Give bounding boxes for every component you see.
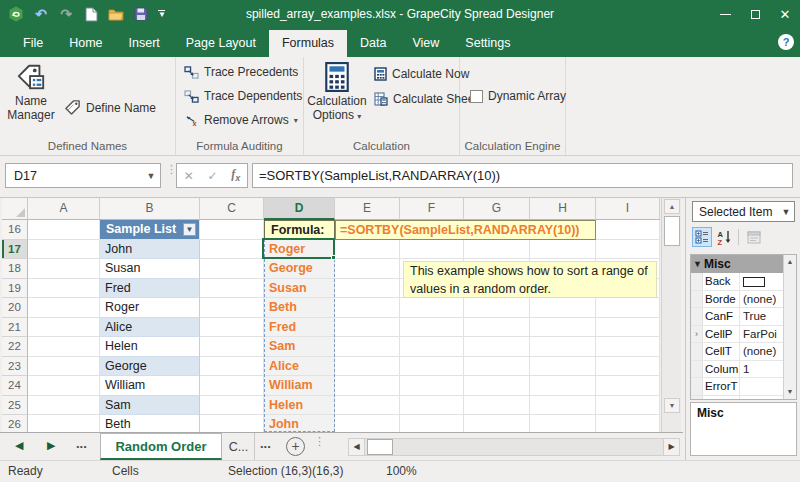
- selected-item-dropdown[interactable]: Selected Item ▼: [692, 201, 795, 222]
- cell-d17[interactable]: Roger: [264, 240, 335, 260]
- cell-g24[interactable]: [464, 376, 530, 396]
- cell-a26[interactable]: [28, 415, 100, 432]
- property-row-colum[interactable]: Colum1: [691, 361, 796, 379]
- cell-e25[interactable]: [335, 396, 400, 416]
- property-pages-button[interactable]: [744, 227, 764, 247]
- cell-g22[interactable]: [464, 337, 530, 357]
- cell-h23[interactable]: [530, 357, 596, 377]
- cell-a24[interactable]: [28, 376, 100, 396]
- cell-g26[interactable]: [464, 415, 530, 432]
- cell-h26[interactable]: [530, 415, 596, 432]
- cell-i23[interactable]: [596, 357, 660, 377]
- vertical-scroll-thumb[interactable]: [664, 216, 680, 246]
- scroll-down-icon[interactable]: ▼: [664, 398, 680, 413]
- new-document-icon[interactable]: [83, 6, 99, 22]
- previous-sheet-icon[interactable]: ◀: [15, 439, 23, 452]
- cell-a23[interactable]: [28, 357, 100, 377]
- cell-f22[interactable]: [400, 337, 464, 357]
- cell-f24[interactable]: [400, 376, 464, 396]
- redo-icon[interactable]: ↷: [58, 6, 74, 22]
- left-overflow-indicator[interactable]: ...: [76, 436, 87, 451]
- cell-e26[interactable]: [335, 415, 400, 432]
- cell-f20[interactable]: [400, 298, 464, 318]
- cell-f17[interactable]: [400, 240, 464, 260]
- cell-f23[interactable]: [400, 357, 464, 377]
- cell-d25[interactable]: Helen: [264, 396, 335, 416]
- app-logo-icon[interactable]: [8, 6, 24, 22]
- cell-e22[interactable]: [335, 337, 400, 357]
- cell-b21[interactable]: Alice: [100, 318, 200, 338]
- column-header-c[interactable]: C: [200, 198, 264, 220]
- property-row-cellp[interactable]: ›CellPFarPoi: [691, 326, 796, 344]
- column-header-h[interactable]: H: [530, 198, 596, 220]
- scroll-down-icon[interactable]: ▼: [784, 386, 796, 398]
- cell-d23[interactable]: Alice: [264, 357, 335, 377]
- help-icon[interactable]: ?: [778, 34, 794, 50]
- cell-g21[interactable]: [464, 318, 530, 338]
- scroll-left-icon[interactable]: ◀: [349, 439, 365, 455]
- column-header-f[interactable]: F: [400, 198, 464, 220]
- cell-g20[interactable]: [464, 298, 530, 318]
- property-row-cellt[interactable]: CellT(none): [691, 343, 796, 361]
- trace-dependents-button[interactable]: Trace Dependents: [184, 89, 302, 103]
- cell-b25[interactable]: Sam: [100, 396, 200, 416]
- cell-i20[interactable]: [596, 298, 660, 318]
- cell-e19[interactable]: [335, 279, 400, 299]
- cell-b23[interactable]: George: [100, 357, 200, 377]
- cell-d18[interactable]: George: [264, 259, 335, 279]
- cell-e20[interactable]: [335, 298, 400, 318]
- scroll-up-icon[interactable]: ▲: [784, 256, 796, 268]
- cell-g25[interactable]: [464, 396, 530, 416]
- row-header-16[interactable]: 16: [2, 220, 28, 240]
- property-row-font[interactable]: Font(none): [691, 396, 796, 401]
- cell-d19[interactable]: Susan: [264, 279, 335, 299]
- column-header-a[interactable]: A: [28, 198, 100, 220]
- column-header-g[interactable]: G: [464, 198, 530, 220]
- row-header-20[interactable]: 20: [2, 298, 28, 318]
- cell-e17[interactable]: [335, 240, 400, 260]
- sheet-tab-random-order[interactable]: Random Order: [100, 433, 222, 460]
- dynamic-array-checkbox[interactable]: Dynamic Array: [470, 89, 566, 103]
- cell-c24[interactable]: [200, 376, 264, 396]
- cell-i26[interactable]: [596, 415, 660, 432]
- insert-function-icon[interactable]: fx: [231, 167, 240, 183]
- cell-h21[interactable]: [530, 318, 596, 338]
- cell-c22[interactable]: [200, 337, 264, 357]
- cell-a17[interactable]: [28, 240, 100, 260]
- property-row-back[interactable]: Back: [691, 273, 796, 291]
- column-header-d[interactable]: D: [264, 198, 335, 220]
- cell-a16[interactable]: [28, 220, 100, 240]
- property-grid-scrollbar[interactable]: ▲▼: [783, 255, 796, 399]
- cell-b18[interactable]: Susan: [100, 259, 200, 279]
- ribbon-tab-view[interactable]: View: [399, 30, 452, 57]
- formula-input[interactable]: =SORTBY(SampleList,RANDARRAY(10)): [252, 163, 793, 188]
- minimize-button[interactable]: [710, 0, 740, 28]
- customize-toolbar-icon[interactable]: ▼: [158, 10, 166, 18]
- cell-a21[interactable]: [28, 318, 100, 338]
- cell-b16[interactable]: Sample List▼: [100, 220, 200, 240]
- cell-f21[interactable]: [400, 318, 464, 338]
- cell-b20[interactable]: Roger: [100, 298, 200, 318]
- row-header-22[interactable]: 22: [2, 337, 28, 357]
- cell-e16[interactable]: =SORTBY(SampleList,RANDARRAY(10)): [335, 220, 596, 240]
- name-manager-button[interactable]: Name Manager: [2, 62, 60, 123]
- cell-a20[interactable]: [28, 298, 100, 318]
- next-sheet-icon[interactable]: ▶: [47, 439, 55, 452]
- cell-i25[interactable]: [596, 396, 660, 416]
- cell-e23[interactable]: [335, 357, 400, 377]
- cell-i24[interactable]: [596, 376, 660, 396]
- cell-d26[interactable]: John: [264, 415, 335, 432]
- expand-icon[interactable]: ›: [691, 326, 703, 343]
- column-header-b[interactable]: B: [100, 198, 200, 220]
- cell-b22[interactable]: Helen: [100, 337, 200, 357]
- cell-a18[interactable]: [28, 259, 100, 279]
- property-row-canf[interactable]: CanFTrue: [691, 308, 796, 326]
- cell-d21[interactable]: Fred: [264, 318, 335, 338]
- cell-d24[interactable]: William: [264, 376, 335, 396]
- save-icon[interactable]: [133, 6, 149, 22]
- cell-i21[interactable]: [596, 318, 660, 338]
- horizontal-scroll-thumb[interactable]: [367, 439, 393, 455]
- property-row-errort[interactable]: ErrorT: [691, 378, 796, 396]
- fill-handle[interactable]: [331, 255, 336, 260]
- confirm-entry-icon[interactable]: ✓: [207, 169, 217, 183]
